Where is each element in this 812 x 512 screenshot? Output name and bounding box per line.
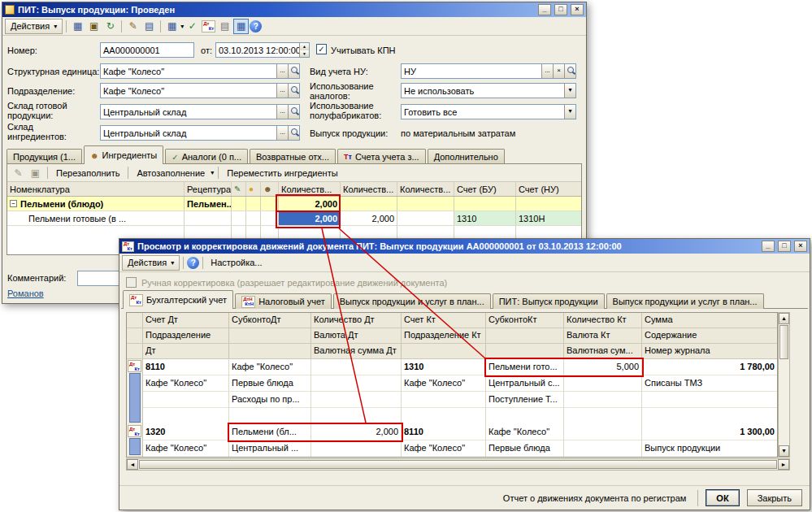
reports-icon[interactable]: ▦ <box>164 19 180 34</box>
help-icon[interactable]: ? <box>250 20 262 33</box>
ok-button[interactable]: ОК <box>706 489 739 506</box>
posting-row[interactable]: ДтКт 1320 Кафе "Колесо" Пельмени (бл... … <box>127 424 777 457</box>
manual-correction-checkbox[interactable] <box>126 277 137 288</box>
minimize-button[interactable]: _ <box>762 241 775 252</box>
dish-qty[interactable]: 2,000 <box>279 197 341 210</box>
nu-kind-field[interactable]: НУ ... × <box>401 63 576 79</box>
col-account-bu[interactable]: Счет (БУ) <box>454 182 516 196</box>
ingredient-qty2[interactable]: 2,000 <box>341 211 397 225</box>
bulb-flag-icon[interactable]: ● <box>246 182 261 196</box>
date-field[interactable]: 03.10.2013 12:00:00 ▲ ▼ <box>215 42 310 58</box>
kpn-checkbox[interactable]: ✓ <box>316 44 327 54</box>
grid-row-ingredient[interactable]: Пельмени готовые (в ... 2,000 2,000 1310… <box>7 211 581 226</box>
scrollbar-thumb[interactable] <box>139 460 777 469</box>
pencil-flag-icon[interactable]: ✎ <box>232 182 246 196</box>
col-sum[interactable]: Сумма <box>642 313 777 328</box>
analogs-field[interactable]: Не использовать ▾ <box>401 83 576 98</box>
actions-menu-button[interactable]: Действия ▾ <box>122 255 180 271</box>
tab-analogs[interactable]: ✓ Аналоги (0 п... <box>165 149 248 164</box>
dtkt-posting-icon[interactable]: ДтКт <box>201 19 216 34</box>
spin-down-icon[interactable]: ▼ <box>300 50 309 58</box>
chevron-down-icon[interactable]: ▾ <box>211 169 214 176</box>
maximize-button[interactable]: □ <box>778 241 791 252</box>
tab-output-plan-2[interactable]: Выпуск продукции и услуг в план... <box>606 293 764 309</box>
tab-ingredients[interactable]: ☻ Ингредиенты <box>84 145 163 164</box>
w2-titlebar[interactable]: ДтКт Просмотр и корректировка движений д… <box>119 239 810 254</box>
close-button[interactable]: × <box>571 4 584 15</box>
col-sub-kt[interactable]: СубконтоКт <box>486 313 564 328</box>
settings-button[interactable]: Настройка... <box>206 257 266 268</box>
select-dots-icon[interactable]: ... <box>276 126 288 140</box>
magnifier-icon[interactable] <box>288 126 299 140</box>
col-nomenclature[interactable]: Номенклатура <box>7 182 185 196</box>
journal-icon[interactable]: ▤ <box>217 19 232 34</box>
scroll-down-icon[interactable]: ▼ <box>779 445 789 457</box>
edit-row-icon[interactable]: ✎ <box>11 165 26 180</box>
clear-icon[interactable]: × <box>553 64 564 78</box>
scroll-left-icon[interactable]: ◄ <box>127 459 138 470</box>
select-dots-icon[interactable]: ... <box>276 64 288 78</box>
help-icon[interactable]: ? <box>187 257 199 269</box>
tab-pit-output[interactable]: ПИТ: Выпуск продукции <box>493 293 605 309</box>
tab-accounting[interactable]: ДтКт Бухгалтерский учет <box>123 290 233 309</box>
ingredient-account-nu[interactable]: 1310Н <box>516 211 581 225</box>
horizontal-scrollbar[interactable]: ◄ ► <box>126 458 790 471</box>
col-qty2[interactable]: Количеств... <box>341 182 397 196</box>
edit-icon[interactable]: ✎ <box>125 19 141 34</box>
ingredient-qty-selected[interactable]: 2,000 <box>279 211 341 225</box>
autofill-button[interactable]: Автозаполнение <box>132 167 209 179</box>
tab-cost-accounts[interactable]: Тт Счета учета з... <box>337 149 426 164</box>
row-marker[interactable]: ДтКт <box>127 359 143 424</box>
combo-arrow-icon[interactable]: ▾ <box>564 84 575 98</box>
list-icon[interactable]: ▤ <box>141 19 157 34</box>
col-account-nu[interactable]: Счет (НУ) <box>516 182 581 196</box>
tab-tax-accounting[interactable]: ДтНКтН Налоговый учет <box>235 293 332 309</box>
chef-flag-icon[interactable]: ☻ <box>261 182 279 196</box>
row-marker[interactable]: ДтКт <box>127 424 143 457</box>
col-sub-dt[interactable]: СубконтоДт <box>229 313 311 328</box>
col-qty-kt[interactable]: Количество Кт <box>564 313 642 328</box>
finished-warehouse-field[interactable]: Центральный склад ... <box>100 104 300 119</box>
copy-icon[interactable]: ▣ <box>86 19 102 34</box>
col-qty3[interactable]: Количеств... <box>397 182 454 196</box>
move-ingredients-button[interactable]: Переместить ингредиенты <box>223 167 341 179</box>
col-acc-dt[interactable]: Счет Дт <box>143 313 229 328</box>
spin-up-icon[interactable]: ▲ <box>300 43 309 50</box>
combo-arrow-icon[interactable]: ▾ <box>564 105 575 119</box>
col-acc-kt[interactable]: Счет Кт <box>402 313 486 328</box>
col-qty1[interactable]: Количеств... <box>279 182 341 196</box>
post-document-icon[interactable]: ▦ <box>70 19 85 34</box>
refresh-icon[interactable]: ↻ <box>102 19 118 34</box>
select-dots-icon[interactable]: ... <box>541 64 553 78</box>
magnifier-icon[interactable] <box>288 84 299 98</box>
check-structure-icon[interactable]: ✓ <box>185 19 200 34</box>
posting-row[interactable]: ДтКт 8110 Кафе "Колесо" Кафе "Колесо" Пе… <box>127 359 777 424</box>
structural-unit-field[interactable]: Кафе "Колесо" ... <box>100 63 300 79</box>
close-button[interactable]: × <box>794 241 807 252</box>
tab-return-waste[interactable]: Возвратные отх... <box>250 149 336 164</box>
magnifier-icon[interactable] <box>564 64 575 78</box>
save-icon[interactable]: ▣ <box>28 165 43 180</box>
actions-menu-button[interactable]: Действия ▾ <box>5 19 63 34</box>
ingredients-warehouse-field[interactable]: Центральный склад ... <box>100 125 300 141</box>
date-spinner[interactable]: ▲ ▼ <box>299 43 309 57</box>
grid-row-dish[interactable]: − Пельмени (блюдо) Пельмен... 2,000 <box>7 197 581 211</box>
select-dots-icon[interactable]: ... <box>276 105 288 119</box>
vertical-scrollbar[interactable]: ▲ ▼ <box>778 312 790 458</box>
maximize-button[interactable]: □ <box>554 4 567 15</box>
col-recipe[interactable]: Рецептура <box>185 182 232 196</box>
minimize-button[interactable]: _ <box>538 4 551 15</box>
magnifier-icon[interactable] <box>288 105 299 119</box>
magnifier-icon[interactable] <box>288 64 299 78</box>
scrollbar-thumb[interactable] <box>779 325 788 359</box>
tab-products[interactable]: Продукция (1... <box>7 149 82 164</box>
scroll-up-icon[interactable]: ▲ <box>779 313 789 324</box>
col-qty-dt[interactable]: Количество Дт <box>311 313 402 328</box>
document-movements-icon[interactable]: ▦ <box>233 19 249 34</box>
tab-output-plan-1[interactable]: Выпуск продукции и услуг в план... <box>333 293 491 309</box>
chevron-down-icon[interactable]: ▾ <box>180 23 184 30</box>
author-link[interactable]: Романов <box>7 289 44 298</box>
ingredient-account-bu[interactable]: 1310 <box>454 211 516 225</box>
scroll-right-icon[interactable]: ► <box>778 459 789 470</box>
movements-report-button[interactable]: Отчет о движениях документа по регистрам <box>499 492 691 504</box>
